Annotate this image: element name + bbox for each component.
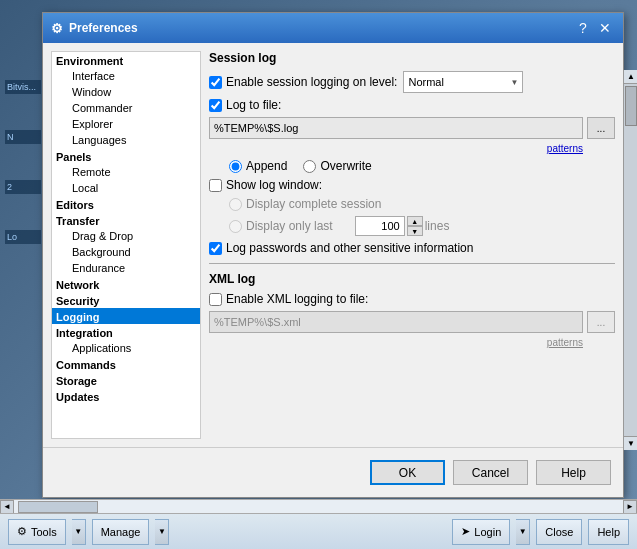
sidebar-item-interface[interactable]: Interface [52, 68, 200, 84]
preferences-dialog: ⚙ Preferences ? ✕ Environment Interface … [42, 12, 624, 498]
sidebar-item-network[interactable]: Network [52, 276, 200, 292]
log-passwords-row: Log passwords and other sensitive inform… [209, 241, 615, 255]
log-patterns-link[interactable]: patterns [547, 143, 583, 154]
desktop-icon-3: 2 [5, 180, 41, 194]
log-level-select[interactable]: Normal Debug Reduced [403, 71, 523, 93]
ok-button[interactable]: OK [370, 460, 445, 485]
log-passwords-checkbox-label[interactable]: Log passwords and other sensitive inform… [209, 241, 473, 255]
xml-file-path-input[interactable] [209, 311, 583, 333]
sidebar-item-explorer[interactable]: Explorer [52, 116, 200, 132]
close-button[interactable]: Close [536, 519, 582, 545]
login-dropdown-arrow[interactable]: ▼ [516, 519, 530, 545]
sidebar-item-languages[interactable]: Languages [52, 132, 200, 148]
sidebar-item-environment[interactable]: Environment [52, 52, 200, 68]
scroll-thumb-h [18, 501, 98, 513]
sidebar-item-window[interactable]: Window [52, 84, 200, 100]
tools-label: Tools [31, 526, 57, 538]
show-log-window-checkbox-label[interactable]: Show log window: [209, 178, 322, 192]
display-complete-radio[interactable] [229, 198, 242, 211]
manage-button[interactable]: Manage [92, 519, 150, 545]
desktop-icon-4: Lo [5, 230, 41, 244]
login-icon: ➤ [461, 525, 470, 538]
display-complete-radio-label[interactable]: Display complete session [229, 197, 381, 211]
sidebar-item-panels[interactable]: Panels [52, 148, 200, 164]
enable-logging-label: Enable session logging on level: [226, 75, 397, 89]
sidebar-item-endurance[interactable]: Endurance [52, 260, 200, 276]
sidebar-item-transfer[interactable]: Transfer [52, 212, 200, 228]
append-radio-label[interactable]: Append [229, 159, 287, 173]
display-complete-row: Display complete session [209, 197, 615, 211]
login-button[interactable]: ➤ Login [452, 519, 510, 545]
append-overwrite-row: Append Overwrite [209, 159, 615, 173]
display-only-last-label: Display only last [246, 219, 333, 233]
sidebar-item-applications[interactable]: Applications [52, 340, 200, 356]
sidebar-item-editors[interactable]: Editors [52, 196, 200, 212]
log-level-dropdown-wrapper[interactable]: Normal Debug Reduced [403, 71, 523, 93]
show-log-window-checkbox[interactable] [209, 179, 222, 192]
xml-file-path-row: ... [209, 311, 615, 333]
log-passwords-label: Log passwords and other sensitive inform… [226, 241, 473, 255]
lines-spin-up[interactable]: ▲ [407, 216, 423, 226]
dialog-body: Environment Interface Window Commander E… [43, 43, 623, 447]
xml-log-title: XML log [209, 272, 615, 286]
xml-browse-btn[interactable]: ... [587, 311, 615, 333]
sidebar-item-remote[interactable]: Remote [52, 164, 200, 180]
right-scrollbar[interactable]: ▲ ▼ [623, 70, 637, 450]
sidebar-item-updates[interactable]: Updates [52, 388, 200, 404]
sidebar-item-commands[interactable]: Commands [52, 356, 200, 372]
horizontal-scrollbar[interactable]: ◄ ► [0, 499, 637, 513]
enable-logging-checkbox-label[interactable]: Enable session logging on level: [209, 75, 397, 89]
display-only-last-row: Display only last ▲ ▼ lines [209, 216, 615, 236]
lines-spin-down[interactable]: ▼ [407, 226, 423, 236]
overwrite-label: Overwrite [320, 159, 371, 173]
log-browse-btn[interactable]: ... [587, 117, 615, 139]
dialog-close-btn[interactable]: ✕ [595, 18, 615, 38]
sidebar-item-storage[interactable]: Storage [52, 372, 200, 388]
tools-icon: ⚙ [17, 525, 27, 538]
sidebar-item-drag-drop[interactable]: Drag & Drop [52, 228, 200, 244]
lines-spinner[interactable]: ▲ ▼ [407, 216, 423, 236]
append-label: Append [246, 159, 287, 173]
sidebar-item-background[interactable]: Background [52, 244, 200, 260]
manage-dropdown-arrow[interactable]: ▼ [155, 519, 169, 545]
scroll-thumb-v [625, 86, 637, 126]
overwrite-radio[interactable] [303, 160, 316, 173]
sidebar-item-commander[interactable]: Commander [52, 100, 200, 116]
desktop-icon-1: Bitvis... [5, 80, 41, 94]
sidebar-item-integration[interactable]: Integration [52, 324, 200, 340]
log-file-path-input[interactable] [209, 117, 583, 139]
taskbar-help-button[interactable]: Help [588, 519, 629, 545]
display-only-last-radio-label[interactable]: Display only last [229, 219, 333, 233]
tools-button[interactable]: ⚙ Tools [8, 519, 66, 545]
scroll-down-btn[interactable]: ▼ [624, 436, 637, 450]
taskbar: ⚙ Tools ▼ Manage ▼ ➤ Login ▼ Close Help [0, 513, 637, 549]
show-log-window-row: Show log window: [209, 178, 615, 192]
sidebar-item-local[interactable]: Local [52, 180, 200, 196]
scroll-left-btn[interactable]: ◄ [0, 500, 14, 514]
sidebar-item-logging[interactable]: Logging [52, 308, 200, 324]
manage-label: Manage [101, 526, 141, 538]
dialog-title: Preferences [69, 21, 571, 35]
main-panel: Session log Enable session logging on le… [209, 51, 615, 439]
lines-input-group: ▲ ▼ lines [355, 216, 450, 236]
enable-xml-checkbox-label[interactable]: Enable XML logging to file: [209, 292, 368, 306]
enable-logging-checkbox[interactable] [209, 76, 222, 89]
log-to-file-checkbox[interactable] [209, 99, 222, 112]
scroll-up-btn[interactable]: ▲ [624, 70, 637, 84]
xml-patterns-link[interactable]: patterns [547, 337, 583, 348]
append-radio[interactable] [229, 160, 242, 173]
cancel-button[interactable]: Cancel [453, 460, 528, 485]
scroll-right-btn[interactable]: ► [623, 500, 637, 514]
enable-xml-checkbox[interactable] [209, 293, 222, 306]
enable-xml-label: Enable XML logging to file: [226, 292, 368, 306]
log-passwords-checkbox[interactable] [209, 242, 222, 255]
dialog-help-btn[interactable]: ? [573, 18, 593, 38]
scroll-track-h[interactable] [14, 500, 623, 514]
help-button[interactable]: Help [536, 460, 611, 485]
display-only-last-radio[interactable] [229, 220, 242, 233]
tools-dropdown-arrow[interactable]: ▼ [72, 519, 86, 545]
lines-number-input[interactable] [355, 216, 405, 236]
log-to-file-checkbox-label[interactable]: Log to file: [209, 98, 281, 112]
overwrite-radio-label[interactable]: Overwrite [303, 159, 371, 173]
sidebar-item-security[interactable]: Security [52, 292, 200, 308]
